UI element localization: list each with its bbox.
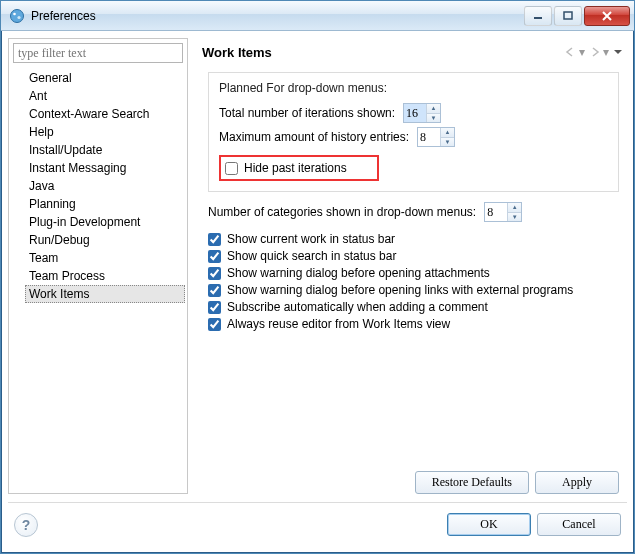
tree-item[interactable]: Plug-in Development: [25, 213, 185, 231]
tree-item[interactable]: General: [25, 69, 185, 87]
preference-tree[interactable]: GeneralAntContext-Aware SearchHelpInstal…: [9, 67, 187, 493]
back-icon[interactable]: ▾: [565, 45, 585, 59]
option-row: Show warning dialog before opening attac…: [208, 266, 619, 280]
hide-past-checkbox[interactable]: [225, 162, 238, 175]
tree-item[interactable]: Install/Update: [25, 141, 185, 159]
option-label: Show warning dialog before opening attac…: [227, 266, 490, 280]
spinner-down-icon[interactable]: ▼: [508, 213, 521, 222]
cancel-button[interactable]: Cancel: [537, 513, 621, 536]
tree-item[interactable]: Work Items: [25, 285, 185, 303]
option-label: Show warning dialog before opening links…: [227, 283, 573, 297]
option-label: Subscribe automatically when adding a co…: [227, 300, 488, 314]
svg-point-2: [17, 15, 20, 18]
planned-for-group: Planned For drop-down menus: Total numbe…: [208, 72, 619, 192]
total-iterations-input[interactable]: [404, 104, 426, 122]
spinner-down-icon[interactable]: ▼: [427, 114, 440, 123]
spinner-down-icon[interactable]: ▼: [441, 138, 454, 147]
option-checkbox[interactable]: [208, 318, 221, 331]
hide-past-label: Hide past iterations: [244, 161, 347, 175]
tree-item[interactable]: Instant Messaging: [25, 159, 185, 177]
option-row: Show current work in status bar: [208, 232, 619, 246]
tree-item[interactable]: Ant: [25, 87, 185, 105]
hide-past-highlight: Hide past iterations: [219, 155, 379, 181]
option-row: Show warning dialog before opening links…: [208, 283, 619, 297]
forward-icon[interactable]: ▾: [589, 45, 609, 59]
filter-input[interactable]: [13, 43, 183, 63]
categories-input[interactable]: [485, 203, 507, 221]
tree-item[interactable]: Java: [25, 177, 185, 195]
tree-item[interactable]: Team: [25, 249, 185, 267]
apply-button[interactable]: Apply: [535, 471, 619, 494]
options-checklist: Show current work in status barShow quic…: [208, 232, 619, 331]
help-icon[interactable]: ?: [14, 513, 38, 537]
option-row: Show quick search in status bar: [208, 249, 619, 263]
option-checkbox[interactable]: [208, 267, 221, 280]
option-row: Always reuse editor from Work Items view: [208, 317, 619, 331]
page-title: Work Items: [202, 45, 565, 60]
page-nav: ▾ ▾: [565, 45, 623, 59]
maximize-button[interactable]: [554, 6, 582, 26]
window-title: Preferences: [31, 9, 96, 23]
history-label: Maximum amount of history entries:: [219, 130, 409, 144]
client-area: GeneralAntContext-Aware SearchHelpInstal…: [2, 32, 633, 552]
spinner-up-icon[interactable]: ▲: [441, 128, 454, 138]
tree-item[interactable]: Help: [25, 123, 185, 141]
svg-point-0: [11, 9, 24, 22]
total-iterations-label: Total number of iterations shown:: [219, 106, 395, 120]
option-label: Always reuse editor from Work Items view: [227, 317, 450, 331]
option-row: Subscribe automatically when adding a co…: [208, 300, 619, 314]
tree-item[interactable]: Planning: [25, 195, 185, 213]
preferences-window: Preferences GeneralAntContext-Aware Sear…: [0, 0, 635, 554]
tree-item[interactable]: Run/Debug: [25, 231, 185, 249]
history-spinner[interactable]: ▲▼: [417, 127, 455, 147]
option-checkbox[interactable]: [208, 250, 221, 263]
option-checkbox[interactable]: [208, 233, 221, 246]
titlebar[interactable]: Preferences: [1, 1, 634, 31]
tree-item[interactable]: Context-Aware Search: [25, 105, 185, 123]
categories-spinner[interactable]: ▲▼: [484, 202, 522, 222]
minimize-button[interactable]: [524, 6, 552, 26]
svg-point-1: [13, 12, 16, 15]
spinner-up-icon[interactable]: ▲: [508, 203, 521, 213]
app-icon: [9, 8, 25, 24]
page-area: Work Items ▾ ▾ Planned For drop-down men…: [188, 38, 627, 494]
group-title: Planned For drop-down menus:: [219, 81, 608, 95]
svg-rect-4: [564, 12, 572, 19]
categories-label: Number of categories shown in drop-down …: [208, 205, 476, 219]
close-button[interactable]: [584, 6, 630, 26]
history-input[interactable]: [418, 128, 440, 146]
menu-icon[interactable]: [613, 47, 623, 57]
option-label: Show quick search in status bar: [227, 249, 396, 263]
ok-button[interactable]: OK: [447, 513, 531, 536]
total-iterations-spinner[interactable]: ▲▼: [403, 103, 441, 123]
tree-item[interactable]: Team Process: [25, 267, 185, 285]
spinner-up-icon[interactable]: ▲: [427, 104, 440, 114]
restore-defaults-button[interactable]: Restore Defaults: [415, 471, 529, 494]
nav-pane: GeneralAntContext-Aware SearchHelpInstal…: [8, 38, 188, 494]
bottom-bar: ? OK Cancel: [8, 502, 627, 546]
option-checkbox[interactable]: [208, 284, 221, 297]
option-checkbox[interactable]: [208, 301, 221, 314]
option-label: Show current work in status bar: [227, 232, 395, 246]
